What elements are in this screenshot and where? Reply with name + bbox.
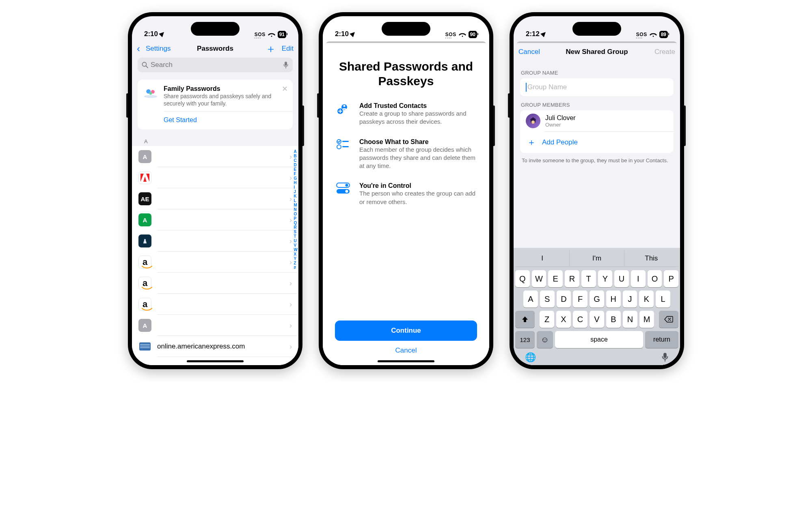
password-row[interactable]: A› <box>132 209 298 230</box>
password-list[interactable]: A››AE›A››a›a›a›A›online.americanexpress.… <box>132 146 298 365</box>
key-d[interactable]: D <box>557 290 571 308</box>
search-field[interactable] <box>138 58 293 72</box>
key-x[interactable]: X <box>556 311 571 328</box>
index-letter[interactable]: K <box>294 194 298 198</box>
chevron-right-icon: › <box>289 174 292 182</box>
password-row[interactable]: a› <box>132 294 298 315</box>
add-button[interactable]: ＋ <box>266 42 276 56</box>
suggestion-bar[interactable]: II'mThis <box>515 250 678 267</box>
index-letter[interactable]: P <box>294 216 298 221</box>
index-letter[interactable]: U <box>294 239 298 243</box>
mic-icon[interactable] <box>283 61 289 69</box>
key-j[interactable]: J <box>623 290 637 308</box>
home-indicator[interactable] <box>187 360 244 362</box>
index-letter[interactable]: Q <box>294 221 298 225</box>
nav-back[interactable]: ‹ Settings <box>137 43 177 54</box>
key-b[interactable]: B <box>606 311 621 328</box>
add-people-button[interactable]: ＋ Add People <box>520 132 674 153</box>
suggestion[interactable]: This <box>624 250 678 267</box>
key-m[interactable]: M <box>639 311 654 328</box>
member-row[interactable]: Juli Clover Owner <box>520 110 674 131</box>
index-letter[interactable]: L <box>294 198 298 203</box>
nav-back-label: Settings <box>146 45 171 53</box>
cancel-button[interactable]: Cancel <box>335 346 477 355</box>
key-i[interactable]: I <box>631 270 646 287</box>
password-row[interactable]: AE› <box>132 188 298 209</box>
index-letter[interactable]: F <box>294 172 298 176</box>
key-n[interactable]: N <box>623 311 637 328</box>
key-l[interactable]: L <box>656 290 670 308</box>
index-letter[interactable]: M <box>294 203 298 207</box>
password-row[interactable]: a› <box>132 252 298 273</box>
create-button[interactable]: Create <box>654 48 675 56</box>
password-row[interactable]: A› <box>132 146 298 167</box>
index-letter[interactable]: Y <box>294 256 298 261</box>
password-row[interactable]: a› <box>132 273 298 294</box>
continue-button[interactable]: Continue <box>335 321 477 341</box>
key-y[interactable]: Y <box>598 270 613 287</box>
suggestion[interactable]: I <box>515 250 569 267</box>
backspace-key[interactable] <box>659 311 678 328</box>
shift-key[interactable] <box>515 311 535 328</box>
key-z[interactable]: Z <box>540 311 554 328</box>
key-u[interactable]: U <box>614 270 629 287</box>
index-letter[interactable]: X <box>294 252 298 256</box>
suggestion[interactable]: I'm <box>569 250 624 267</box>
key-a[interactable]: A <box>523 290 538 308</box>
emoji-key[interactable]: ☺ <box>537 331 553 348</box>
index-letter[interactable]: H <box>294 181 298 185</box>
close-icon[interactable]: ✕ <box>282 84 288 93</box>
index-letter[interactable]: A <box>294 149 298 154</box>
index-letter[interactable]: R <box>294 225 298 230</box>
key-o[interactable]: O <box>648 270 662 287</box>
index-letter[interactable]: J <box>294 189 298 194</box>
index-letter[interactable]: Z <box>294 261 298 265</box>
index-letter[interactable]: # <box>294 265 298 270</box>
key-s[interactable]: S <box>540 290 555 308</box>
key-h[interactable]: H <box>606 290 621 308</box>
index-letter[interactable]: W <box>294 247 298 252</box>
index-letter[interactable]: I <box>294 185 298 189</box>
key-t[interactable]: T <box>581 270 596 287</box>
index-letter[interactable]: T <box>294 234 298 239</box>
password-row[interactable]: online.americanexpress.com› <box>132 336 298 357</box>
index-letter[interactable]: D <box>294 163 298 167</box>
keyboard[interactable]: II'mThis QWERTYUIOP ASDFGHJKL ZXCVBNM 12… <box>514 248 680 365</box>
password-row[interactable]: › <box>132 167 298 188</box>
group-name-input[interactable] <box>527 83 668 91</box>
space-key[interactable]: space <box>555 331 643 348</box>
index-letter[interactable]: E <box>294 167 298 172</box>
battery-indicator: 90 <box>469 31 477 38</box>
key-p[interactable]: P <box>664 270 678 287</box>
key-w[interactable]: W <box>532 270 546 287</box>
dictation-icon[interactable] <box>661 352 669 363</box>
key-f[interactable]: F <box>573 290 587 308</box>
return-key[interactable]: return <box>645 331 678 348</box>
search-input[interactable] <box>151 61 281 69</box>
numbers-key[interactable]: 123 <box>515 331 535 348</box>
get-started-button[interactable]: Get Started <box>138 112 293 129</box>
index-letter[interactable]: B <box>294 154 298 158</box>
key-r[interactable]: R <box>565 270 579 287</box>
group-name-field[interactable] <box>520 78 674 96</box>
index-letter[interactable]: V <box>294 243 298 247</box>
password-row[interactable]: › <box>132 230 298 252</box>
password-row[interactable]: A› <box>132 315 298 336</box>
index-letter[interactable]: S <box>294 230 298 234</box>
location-icon <box>350 30 356 37</box>
key-k[interactable]: K <box>639 290 654 308</box>
home-indicator[interactable] <box>378 360 434 362</box>
alpha-index[interactable]: ABCDEFGHIJKLMNOPQRSTUVWXYZ# <box>294 146 298 270</box>
key-q[interactable]: Q <box>515 270 530 287</box>
key-e[interactable]: E <box>548 270 563 287</box>
globe-icon[interactable]: 🌐 <box>525 352 536 363</box>
key-g[interactable]: G <box>590 290 604 308</box>
index-letter[interactable]: N <box>294 207 298 212</box>
edit-button[interactable]: Edit <box>282 45 294 53</box>
index-letter[interactable]: O <box>294 212 298 216</box>
key-v[interactable]: V <box>590 311 604 328</box>
key-c[interactable]: C <box>573 311 587 328</box>
index-letter[interactable]: G <box>294 176 298 181</box>
cancel-button[interactable]: Cancel <box>518 48 540 56</box>
index-letter[interactable]: C <box>294 158 298 163</box>
